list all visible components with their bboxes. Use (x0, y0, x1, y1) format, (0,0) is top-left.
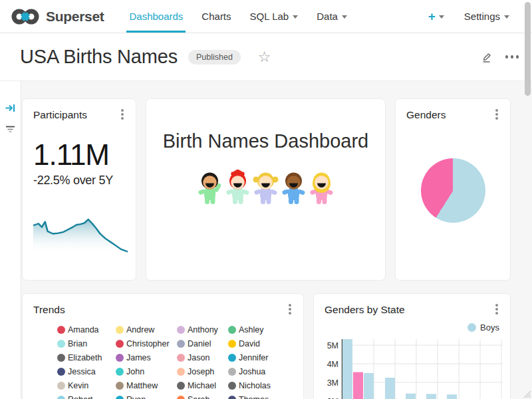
legend-item-john[interactable]: John (116, 367, 177, 376)
baby-emojis-row (157, 170, 374, 208)
legend-name: Elizabeth (68, 353, 102, 362)
nav-item-dashboards[interactable]: Dashboards (120, 0, 192, 33)
legend-item-elizabeth[interactable]: Elizabeth (57, 353, 116, 362)
legend-name: Sarah (188, 395, 209, 399)
svg-text:3M: 3M (327, 378, 338, 388)
legend-item-ryan[interactable]: Ryan (116, 395, 177, 399)
legend-item-joshua[interactable]: Joshua (228, 367, 288, 376)
card-title: Participants (33, 109, 87, 121)
legend-dot (228, 382, 236, 390)
legend-name: Andrew (126, 325, 154, 334)
card-title: Genders (406, 109, 446, 121)
legend-name: John (126, 367, 144, 376)
card-participants: Participants 1.11M -22.5% over 5Y (22, 98, 136, 281)
bar-girls-1[interactable] (353, 372, 363, 399)
nav-item-sql-lab[interactable]: SQL Lab (241, 0, 308, 33)
legend-dot (177, 326, 185, 334)
legend-item-nicholas[interactable]: Nicholas (228, 381, 288, 390)
page-scrollbar[interactable] (525, 2, 531, 96)
bar-boys-3[interactable] (385, 378, 395, 399)
new-item-button[interactable]: + (428, 10, 444, 23)
legend-name: Amanda (68, 325, 99, 334)
bar-chart-legend[interactable]: Boys (325, 323, 499, 332)
legend-item-thomas[interactable]: Thomas (228, 395, 288, 399)
bar-boys-2[interactable] (364, 373, 374, 399)
legend-name: Ashley (239, 325, 264, 334)
legend-name: Jessica (68, 367, 96, 376)
legend-item-jennifer[interactable]: Jennifer (228, 353, 288, 362)
legend-item-ashley[interactable]: Ashley (228, 325, 288, 334)
legend-dot (57, 368, 65, 376)
legend-dot (116, 354, 124, 362)
legend-dot (57, 326, 65, 334)
filter-list-icon[interactable] (5, 124, 16, 134)
card-markdown: Birth Names Dashboard (146, 98, 386, 281)
card-header: Genders by State (325, 304, 499, 316)
expand-filter-bar-icon[interactable] (5, 102, 16, 114)
legend-dot (177, 382, 185, 390)
legend-item-christopher[interactable]: Christopher (116, 339, 177, 348)
legend-item-matthew[interactable]: Matthew (116, 381, 177, 390)
svg-text:2M: 2M (327, 397, 338, 399)
legend-dot (177, 340, 185, 348)
superset-logo[interactable]: Superset (0, 0, 104, 33)
legend-item-amanda[interactable]: Amanda (57, 325, 116, 334)
bar-boys-5[interactable] (426, 394, 436, 399)
legend-dot (228, 326, 236, 334)
kebab-menu-icon[interactable] (495, 308, 498, 311)
resize-grip-icon[interactable] (520, 387, 531, 398)
genders-by-state-bar-chart: 5M4M3M2M1M (325, 335, 499, 399)
legend-dot-boys (467, 323, 476, 332)
legend-item-james[interactable]: James (116, 353, 177, 362)
nav-right: + Settings (428, 0, 532, 33)
legend-item-michael[interactable]: Michael (177, 381, 228, 390)
legend-item-andrew[interactable]: Andrew (116, 325, 177, 334)
nav-item-data[interactable]: Data (307, 0, 356, 33)
favorite-star-icon[interactable]: ☆ (258, 50, 271, 65)
chevron-down-icon (293, 15, 298, 19)
legend-item-robert[interactable]: Robert (57, 395, 116, 399)
more-options-icon[interactable] (511, 55, 514, 59)
legend-item-jason[interactable]: Jason (177, 353, 228, 362)
edit-pencil-icon[interactable] (481, 51, 493, 63)
kebab-menu-icon[interactable] (495, 113, 498, 116)
legend-name: Joseph (188, 367, 214, 376)
nav-item-label: Dashboards (129, 11, 183, 22)
bar-boys-4[interactable] (406, 394, 416, 399)
kebab-menu-icon[interactable] (121, 113, 124, 116)
settings-menu[interactable]: Settings (464, 11, 509, 22)
nav-item-charts[interactable]: Charts (192, 0, 240, 33)
legend-item-kevin[interactable]: Kevin (57, 381, 116, 390)
legend-name: Matthew (126, 381, 158, 390)
legend-item-daniel[interactable]: Daniel (177, 339, 228, 348)
legend-item-jessica[interactable]: Jessica (57, 367, 116, 376)
superset-infinity-icon (11, 7, 40, 26)
trends-legend: AmandaAndrewAnthonyAshleyBrianChristophe… (57, 325, 293, 399)
baby-blue-icon (280, 170, 307, 208)
filter-bar-collapsed (0, 81, 21, 399)
baby-green-icon (196, 170, 223, 208)
legend-item-anthony[interactable]: Anthony (177, 325, 228, 334)
legend-item-david[interactable]: David (228, 339, 288, 348)
legend-item-sarah[interactable]: Sarah (177, 395, 228, 399)
legend-item-brian[interactable]: Brian (57, 339, 116, 348)
legend-dot (228, 396, 236, 399)
legend-dot (116, 368, 124, 376)
big-number-value: 1.11M (33, 138, 125, 172)
svg-text:5M: 5M (327, 341, 338, 350)
card-header: Genders (406, 109, 499, 121)
legend-name: Jennifer (239, 353, 268, 362)
bar-boys-0[interactable] (342, 339, 352, 399)
legend-name: Robert (68, 395, 93, 399)
svg-text:4M: 4M (327, 360, 338, 369)
chevron-down-icon (342, 15, 347, 19)
legend-item-joseph[interactable]: Joseph (177, 367, 228, 376)
superset-dashboard-app: Superset Dashboards Charts SQL Lab Data … (0, 0, 532, 399)
kebab-menu-icon[interactable] (289, 308, 291, 311)
bar-boys-6[interactable] (447, 394, 457, 399)
big-number-delta: -22.5% over 5Y (33, 174, 125, 188)
card-title: Trends (33, 304, 65, 316)
settings-label: Settings (464, 11, 500, 22)
baby-mint-icon (224, 170, 251, 208)
participants-sparkline-chart (33, 207, 125, 257)
